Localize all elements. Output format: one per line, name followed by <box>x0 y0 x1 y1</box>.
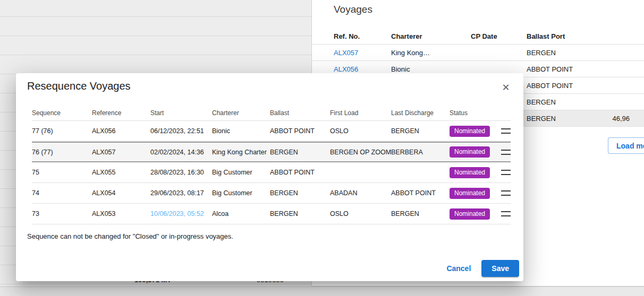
row-reference: ALX054 <box>92 189 150 197</box>
voyage-list-row[interactable]: ALX057 King Kong… BERGEN <box>312 45 644 61</box>
voyage-ballast-port: ABBOT POINT <box>527 65 594 73</box>
row-start-link[interactable]: 10/06/2023, 05:52 <box>150 210 204 217</box>
status-badge: Nominated <box>450 146 490 158</box>
row-sequence: 76 (77) <box>32 149 92 156</box>
row-sequence: 73 <box>32 210 92 217</box>
row-ballast: BERGEN <box>270 210 330 217</box>
load-more-button[interactable]: Load more <box>608 137 644 154</box>
status-badge: Nominated <box>450 208 490 220</box>
drag-handle-icon[interactable] <box>501 211 511 216</box>
status-badge: Nominated <box>450 126 490 137</box>
row-start: 28/08/2023, 16:30 <box>150 169 212 176</box>
app-root: 109,571 MT 9319686 Voyages Ref. No. Char… <box>0 0 644 296</box>
row-first-load: BERGEN OP ZOOM <box>330 149 391 156</box>
row-first-load: OSLO <box>330 210 391 217</box>
row-last-discharge: BERGEN <box>391 210 450 217</box>
row-start: 29/06/2023, 08:17 <box>150 189 212 197</box>
voyage-ref-link[interactable]: ALX056 <box>334 65 358 73</box>
resequence-row[interactable]: 73 ALX053 10/06/2023, 05:52 Alcoa BERGEN… <box>32 204 511 224</box>
resequence-row[interactable]: 77 (76) ALX056 06/12/2023, 22:51 Bionic … <box>32 121 511 142</box>
voyage-value: 46,96 <box>594 115 644 123</box>
dialog-title: Resequence Voyages <box>27 80 131 92</box>
column-header-cp-date: CP Date <box>471 32 527 40</box>
row-charterer: Big Customer <box>212 189 270 197</box>
voyage-ref-link[interactable]: ALX057 <box>334 49 358 57</box>
column-header-sequence: Sequence <box>32 109 92 117</box>
column-header-reference: Reference <box>92 109 150 117</box>
column-header-last-discharge: Last Discharge <box>391 109 450 117</box>
row-charterer: Bionic <box>212 127 270 135</box>
resequence-table-header: Sequence Reference Start Charterer Balla… <box>32 105 511 121</box>
close-icon[interactable]: ✕ <box>499 81 513 94</box>
row-charterer: Big Customer <box>212 169 270 176</box>
dialog-actions: Cancel Save <box>440 260 519 277</box>
column-header-start: Start <box>150 109 212 117</box>
row-ballast: ABBOT POINT <box>270 169 330 176</box>
row-sequence: 77 (76) <box>32 127 92 135</box>
row-reference: ALX055 <box>92 169 150 176</box>
row-reference: ALX053 <box>92 210 150 217</box>
row-reference: ALX057 <box>92 149 150 156</box>
row-reference: ALX056 <box>92 127 150 135</box>
resequence-row[interactable]: 74 ALX054 29/06/2023, 08:17 Big Customer… <box>32 183 511 204</box>
resequence-table: Sequence Reference Start Charterer Balla… <box>32 105 511 224</box>
column-header-ballast: Ballast <box>270 109 330 117</box>
row-first-load: ABADAN <box>330 189 391 197</box>
column-header-ref-no: Ref. No. <box>312 32 391 40</box>
drag-handle-icon[interactable] <box>501 190 511 196</box>
status-badge: Nominated <box>450 167 490 178</box>
row-last-discharge: BERGEN <box>391 127 450 135</box>
voyage-ballast-port: ABBOT POINT <box>527 82 594 90</box>
column-header-ballast-port: Ballast Port <box>527 32 594 40</box>
voyages-panel-title: Voyages <box>334 4 372 15</box>
column-header-charterer: Charterer <box>391 32 471 40</box>
voyage-charterer: Bionic <box>391 65 471 73</box>
row-ballast: BERGEN <box>270 189 330 197</box>
voyage-ballast-port: BERGEN <box>527 98 594 106</box>
voyage-ballast-port: BERGEN <box>527 115 594 123</box>
drag-handle-icon[interactable] <box>501 150 511 155</box>
column-header-charterer: Charterer <box>212 109 270 117</box>
resequence-voyages-dialog: Resequence Voyages ✕ Sequence Reference … <box>16 73 523 281</box>
dialog-note: Sequence can not be changed for "Closed"… <box>27 232 233 240</box>
resequence-row-dragged[interactable]: 76 (77) ALX057 02/02/2024, 14:36 King Ko… <box>32 142 511 162</box>
row-start: 06/12/2023, 22:51 <box>150 127 212 135</box>
row-charterer: Alcoa <box>212 210 270 217</box>
voyage-ballast-port: BERGEN <box>527 49 594 57</box>
cancel-button[interactable]: Cancel <box>440 260 477 277</box>
row-sequence: 74 <box>32 189 92 197</box>
column-header-status: Status <box>450 109 501 117</box>
drag-handle-icon[interactable] <box>501 128 511 134</box>
bottom-strip <box>0 286 644 296</box>
resequence-row[interactable]: 75 ALX055 28/08/2023, 16:30 Big Customer… <box>32 162 511 183</box>
status-badge: Nominated <box>450 188 490 199</box>
row-last-discharge: BERBERA <box>391 149 450 156</box>
row-sequence: 75 <box>32 169 92 176</box>
save-button[interactable]: Save <box>481 260 519 277</box>
row-last-discharge: ABBOT POINT <box>391 189 450 197</box>
row-ballast: ABBOT POINT <box>270 127 330 135</box>
row-ballast: BERGEN <box>270 149 330 156</box>
voyages-table-header: Ref. No. Charterer CP Date Ballast Port <box>312 29 644 45</box>
row-start: 02/02/2024, 14:36 <box>150 149 212 156</box>
voyage-charterer: King Kong… <box>391 49 471 57</box>
row-first-load: OSLO <box>330 127 391 135</box>
column-header-first-load: First Load <box>330 109 391 117</box>
row-charterer: King Kong Charter <box>212 149 270 156</box>
drag-handle-icon[interactable] <box>501 170 511 175</box>
